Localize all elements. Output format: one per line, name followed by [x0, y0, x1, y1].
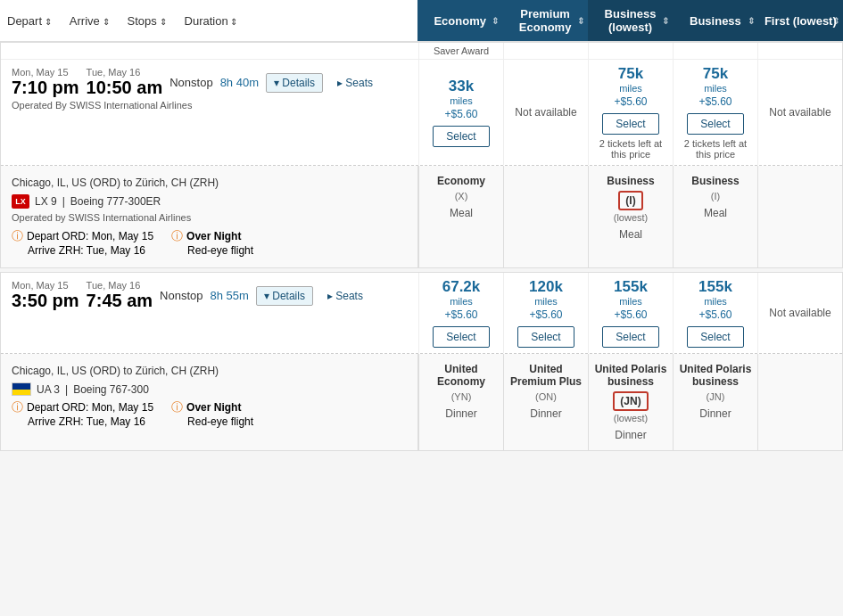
flight-2-fare-business-lowest: 155k miles +$5.60 Select [588, 273, 673, 353]
table-header: Depart Arrive Stops Duration Economy ⇕ P… [0, 0, 843, 42]
flight-1-fare-first: Not available [757, 60, 842, 165]
flight-2-stops: Nonstop [160, 289, 202, 302]
flight-1-fare-business: 75k miles +$5.60 Select 2 tickets left a… [673, 60, 757, 165]
sort-arrive[interactable]: Arrive [70, 14, 110, 28]
flight-1-fare-premium-economy: Not available [503, 60, 588, 165]
business-lowest-badge: (I) [618, 191, 642, 210]
flight-1-seats-link[interactable]: ▸ Seats [337, 77, 373, 89]
saver-empty-1 [503, 43, 588, 59]
flight-1-flight-num: LX 9 [35, 195, 57, 208]
flight-1-fare-economy: 33k miles +$5.60 Select [418, 60, 503, 165]
flight-2-airline-row: UA 3 | Boeing 767-300 [12, 382, 407, 396]
flight-1-detail-business: Business (I) Meal [673, 166, 757, 267]
saver-empty-2 [588, 43, 673, 59]
col-header-premium-economy[interactable]: Premium Economy ⇕ [502, 0, 587, 41]
flight-2-fare-business: 155k miles +$5.60 Select [673, 273, 757, 353]
flight-row-2: Mon, May 15 3:50 pm Tue, May 16 7:45 am … [0, 272, 843, 451]
flight-row-1: Saver Award Mon, May 15 7:10 pm Tue, May… [0, 42, 843, 268]
flight-2-detail-first [757, 354, 842, 450]
business-sort-icon: ⇕ [748, 16, 755, 26]
saver-spacer [1, 43, 418, 59]
col-header-business-lowest[interactable]: Business (lowest) ⇕ [588, 0, 673, 41]
flight-1-aircraft: Boeing 777-300ER [70, 195, 161, 208]
flight-2-select-business[interactable]: Select [687, 326, 743, 348]
flight-1-detail-first [757, 166, 842, 267]
col-header-first[interactable]: First (lowest) ⇕ [758, 0, 843, 41]
flight-2-details-btn[interactable]: ▾ Details [256, 286, 313, 306]
flight-1-operated: Operated by SWISS International Airlines [12, 212, 407, 223]
flight-2-arrive-date: Tue, May 16 7:45 am [87, 280, 153, 311]
flight-2-select-economy[interactable]: Select [433, 326, 489, 348]
flight-1-main: Mon, May 15 7:10 pm Tue, May 16 10:50 am… [1, 60, 842, 166]
flight-1-dep-arr: ⓘ Depart ORD: Mon, May 15 Arrive ZRH: Tu… [12, 228, 407, 257]
col-header-business[interactable]: Business ⇕ [673, 0, 757, 41]
sort-depart[interactable]: Depart [7, 14, 52, 28]
first-sort-icon: ⇕ [832, 16, 839, 26]
flight-1-detail-business-lowest: Business (I) (lowest) Meal [588, 166, 673, 267]
flight-1-info: Mon, May 15 7:10 pm Tue, May 16 10:50 am… [1, 60, 418, 165]
flight-1-stops: Nonstop [169, 76, 212, 89]
warning-icon-4: ⓘ [171, 399, 183, 415]
flight-1-select-business-lowest[interactable]: Select [602, 113, 658, 135]
flight-2-fare-economy: 67.2k miles +$5.60 Select [418, 273, 503, 353]
col-header-economy[interactable]: Economy ⇕ [417, 0, 502, 41]
sort-stops[interactable]: Stops [128, 14, 167, 28]
flight-1-select-economy[interactable]: Select [433, 126, 489, 147]
flight-1-fare-business-lowest: 75k miles +$5.60 Select 2 tickets left a… [588, 60, 673, 165]
flight-2-dep-arr: ⓘ Depart ORD: Mon, May 15 Arrive ZRH: Tu… [12, 399, 407, 428]
warning-icon-2: ⓘ [171, 228, 183, 244]
flight-2-details: Chicago, IL, US (ORD) to Zürich, CH (ZRH… [1, 354, 842, 450]
flight-1-route: Chicago, IL, US (ORD) to Zürich, CH (ZRH… [12, 177, 407, 189]
flight-1-operated-by: Operated By SWISS International Airlines [12, 100, 408, 111]
saver-empty-4 [757, 43, 842, 59]
flight-1-airline-row: LX LX 9 | Boeing 777-300ER [12, 194, 407, 209]
flight-2-main: Mon, May 15 3:50 pm Tue, May 16 7:45 am … [1, 273, 842, 354]
flight-1-details-left: Chicago, IL, US (ORD) to Zürich, CH (ZRH… [1, 166, 418, 267]
flight-2-aircraft: Boeing 767-300 [73, 383, 149, 396]
flight-2-select-premium-economy[interactable]: Select [517, 326, 574, 348]
flight-2-overnight: ⓘ Over Night Red-eye flight [171, 399, 253, 428]
flight-1-duration: 8h 40m [220, 76, 259, 89]
warning-icon-1: ⓘ [12, 228, 23, 244]
flight-1-details: Chicago, IL, US (ORD) to Zürich, CH (ZRH… [1, 166, 842, 267]
flight-1-select-business[interactable]: Select [687, 113, 743, 135]
flight-2-details-left: Chicago, IL, US (ORD) to Zürich, CH (ZRH… [1, 354, 418, 450]
economy-sort-icon: ⇕ [492, 16, 499, 26]
sort-duration[interactable]: Duration [185, 14, 238, 28]
flight-2-detail-premium-economy: United Premium Plus (ON) Dinner [503, 354, 588, 450]
flight-2-flight-num: UA 3 [37, 383, 60, 396]
flight-1-detail-economy: Economy (X) Meal [418, 166, 503, 267]
saver-award-row: Saver Award [1, 43, 842, 60]
flight-2-fare-first: Not available [757, 273, 842, 353]
saver-empty-3 [673, 43, 757, 59]
flight-2-info: Mon, May 15 3:50 pm Tue, May 16 7:45 am … [1, 273, 418, 353]
flight-1-overnight: ⓘ Over Night Red-eye flight [171, 228, 253, 257]
flight-2-seats-link[interactable]: ▸ Seats [327, 290, 363, 302]
flight-1-depart-date: Mon, May 15 7:10 pm [12, 67, 79, 98]
warning-icon-3: ⓘ [12, 399, 23, 415]
flight-2-fare-premium-economy: 120k miles +$5.60 Select [503, 273, 588, 353]
flight-1-details-btn[interactable]: ▾ Details [266, 73, 323, 93]
ua-flag-icon [12, 382, 31, 396]
flight-2-detail-business: United Polaris business (JN) Dinner [673, 354, 757, 450]
flight-2-route: Chicago, IL, US (ORD) to Zürich, CH (ZRH… [12, 365, 407, 377]
flight-2-detail-business-lowest: United Polaris business (JN) (lowest) Di… [588, 354, 673, 450]
flight-1-arrive-date: Tue, May 16 10:50 am [87, 67, 163, 98]
saver-award-label: Saver Award [418, 43, 503, 59]
flight-2-duration: 8h 55m [211, 289, 249, 302]
sort-controls: Depart Arrive Stops Duration [0, 0, 417, 41]
premium-economy-sort-icon: ⇕ [577, 16, 584, 26]
flight-1-dep-info: ⓘ Depart ORD: Mon, May 15 Arrive ZRH: Tu… [12, 228, 153, 257]
ua-business-lowest-badge: (JN) [613, 391, 648, 411]
business-lowest-sort-icon: ⇕ [662, 16, 669, 26]
lx-flag-icon: LX [12, 194, 29, 209]
flight-2-dep-info: ⓘ Depart ORD: Mon, May 15 Arrive ZRH: Tu… [12, 399, 153, 428]
flight-2-select-business-lowest[interactable]: Select [602, 326, 658, 348]
flight-2-detail-economy: United Economy (YN) Dinner [418, 354, 503, 450]
flight-2-depart-date: Mon, May 15 3:50 pm [12, 280, 79, 311]
flight-1-detail-premium-economy [503, 166, 588, 267]
